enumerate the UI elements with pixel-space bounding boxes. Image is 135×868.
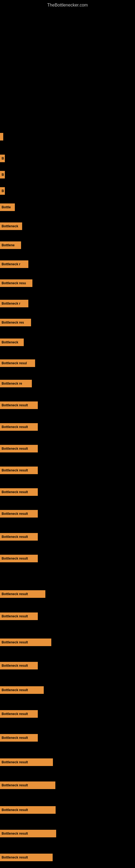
result-bar: Bottleneck result [0,710,38,718]
result-bar-container: Bottleneck [0,222,22,230]
result-bar-container: Bottleneck result [0,830,56,837]
result-bar-container: Bottleneck result [0,758,53,766]
result-bar: B [0,171,5,179]
result-bar-container: Bottleneck result [0,590,45,598]
result-bar [0,133,3,141]
result-bar: Bottleneck res [0,319,31,326]
result-bar: Bottleneck result [0,781,55,789]
result-bar: Bottleneck [0,339,24,346]
result-bar-container: Bottleneck result [0,401,38,409]
result-bar: Bottleneck re [0,380,32,388]
result-bar: Bottleneck result [0,613,38,620]
result-bar: Bottleneck resu [0,279,32,287]
result-bar-container: Bottleneck result [0,686,44,694]
result-bar-container: Bottleneck result [0,423,38,431]
result-bar: Bottleneck [0,222,22,230]
result-bar: Bottleneck result [0,467,38,474]
result-bar-container: Bottleneck res [0,319,31,326]
result-bar: Bottleneck result [0,488,38,496]
result-bar: Bottleneck result [0,423,38,431]
result-bar-container: Bottleneck result [0,781,55,789]
result-bar: Bottleneck result [0,401,38,409]
result-bar-container: Bottleneck r [0,300,28,307]
site-title: TheBottlenecker.com [0,0,135,10]
result-bar: Bottleneck result [0,758,53,766]
result-bar: Bottleneck result [0,555,38,562]
result-bar-container: Bottleneck result [0,639,51,646]
result-bar-container: Bottleneck [0,339,24,346]
result-bar-container: Bottleneck resul [0,360,35,367]
result-bar: Bottleneck r [0,300,28,307]
result-bar: B [0,187,5,195]
result-bar-container: B [0,171,5,179]
result-bar: Bottleneck result [0,734,38,742]
result-bar: Bottleneck result [0,639,51,646]
result-bar: Bottleneck result [0,445,38,453]
result-bar-container: Bottleneck resu [0,279,32,287]
result-bar-container: Bottleneck result [0,555,38,562]
result-bar-container: Bottleneck result [0,806,56,814]
result-bar: Bottle [0,204,15,211]
result-bar-container: B [0,155,5,162]
result-bar-container: Bottleneck r [0,260,28,268]
result-bar-container: Bottleneck result [0,488,38,496]
result-bar: Bottleneck result [0,510,38,518]
result-bar-container: Bottleneck result [0,734,38,742]
result-bar: Bottleneck result [0,830,56,837]
result-bar: Bottleneck result [0,686,44,694]
result-bar-container: B [0,187,5,195]
result-bar: B [0,155,5,162]
result-bar: Bottleneck resul [0,360,35,367]
result-bar: Bottleneck result [0,806,56,814]
result-bar: Bottleneck r [0,260,28,268]
result-bar-container: Bottleneck result [0,854,53,861]
result-bar: Bottleneck result [0,590,45,598]
result-bar-container: Bottleneck result [0,510,38,518]
result-bar-container: Bottleneck result [0,662,38,670]
result-bar-container: Bottleneck result [0,613,38,620]
result-bar-container [0,133,3,141]
result-bar: Bottlene [0,241,21,249]
result-bar: Bottleneck result [0,662,38,670]
result-bar-container: Bottleneck re [0,380,32,388]
result-bar-container: Bottleneck result [0,710,38,718]
result-bar-container: Bottleneck result [0,467,38,474]
result-bar: Bottleneck result [0,854,53,861]
result-bar-container: Bottleneck result [0,533,38,540]
result-bar-container: Bottle [0,204,15,211]
result-bar-container: Bottlene [0,241,21,249]
result-bar-container: Bottleneck result [0,445,38,453]
result-bar: Bottleneck result [0,533,38,540]
